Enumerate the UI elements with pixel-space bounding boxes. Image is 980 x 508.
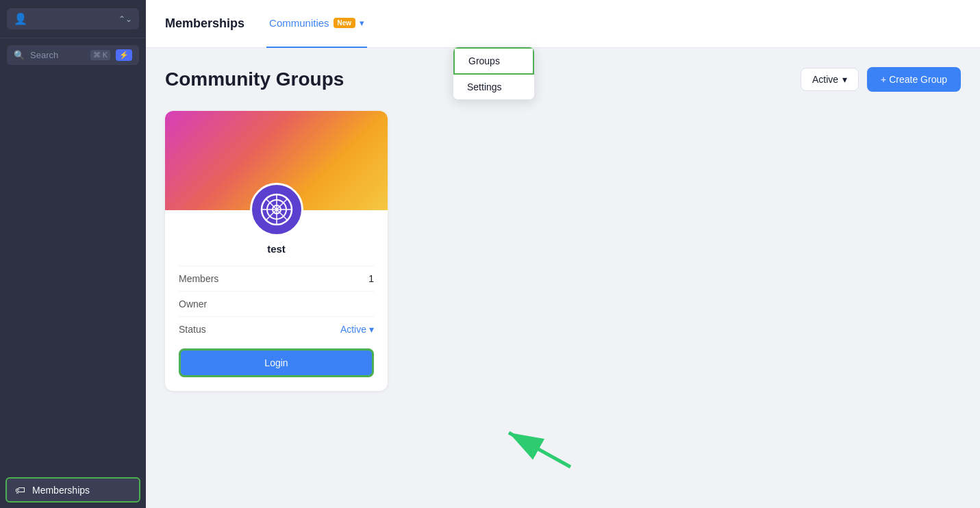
dropdown-item-groups[interactable]: Groups (453, 47, 534, 75)
card-status-row: Status Active ▾ (179, 317, 374, 342)
group-logo-icon (260, 193, 293, 226)
main-content: Memberships Communities New ▾ Groups Set… (146, 0, 980, 508)
sidebar-item-memberships[interactable]: 🏷 Memberships (5, 477, 140, 503)
sidebar: 👤 ⌃⌄ 🔍 Search ⌘ K ⚡ 🏷 Memberships (0, 0, 146, 508)
user-icon: 👤 (14, 12, 27, 25)
flash-button[interactable]: ⚡ (116, 49, 132, 61)
sidebar-item-memberships-label: Memberships (32, 485, 90, 496)
owner-label: Owner (179, 299, 207, 309)
arrow-annotation (495, 419, 577, 474)
communities-dropdown: Groups Settings (453, 47, 535, 100)
card-owner-row: Owner (179, 292, 374, 317)
avatar (250, 183, 303, 236)
members-value: 1 (368, 273, 374, 284)
user-chevrons-icon: ⌃⌄ (118, 14, 132, 24)
cards-grid: test Members 1 Owner Status (165, 111, 961, 391)
login-button[interactable]: Login (179, 348, 374, 377)
page-title: Community Groups (165, 68, 344, 90)
header: Memberships Communities New ▾ Groups Set… (146, 0, 980, 48)
page-content: Community Groups Active ▾ + Create Group (146, 48, 980, 508)
search-label: Search (30, 50, 85, 60)
page-header: Community Groups Active ▾ + Create Group (165, 67, 961, 92)
members-label: Members (179, 273, 218, 284)
page-section-title: Memberships (165, 16, 244, 31)
tab-new-badge: New (334, 18, 356, 28)
search-icon: 🔍 (14, 50, 25, 60)
active-filter-chevron-icon: ▾ (842, 74, 847, 85)
dropdown-item-settings[interactable]: Settings (453, 75, 534, 99)
page-actions: Active ▾ + Create Group (801, 67, 961, 92)
search-kbd: ⌘ K (90, 50, 110, 60)
card-info: Members 1 Owner Status Active ▾ (179, 266, 374, 342)
create-group-label: + Create Group (881, 74, 947, 85)
card-group-name: test (267, 243, 286, 255)
tab-communities[interactable]: Communities New ▾ (266, 0, 367, 48)
search-bar[interactable]: 🔍 Search ⌘ K ⚡ (7, 45, 139, 65)
tab-chevron-icon: ▾ (360, 18, 364, 28)
avatar-wrap (250, 183, 303, 236)
tab-communities-label: Communities (269, 17, 329, 29)
svg-line-8 (509, 433, 570, 467)
card-members-row: Members 1 (179, 266, 374, 292)
sidebar-spacer (0, 69, 146, 472)
group-card: test Members 1 Owner Status (165, 111, 388, 391)
status-value[interactable]: Active ▾ (340, 324, 374, 335)
active-filter-button[interactable]: Active ▾ (801, 68, 859, 91)
sidebar-top: 👤 ⌃⌄ (0, 0, 146, 38)
status-label: Status (179, 324, 206, 335)
card-body: test Members 1 Owner Status (165, 210, 388, 391)
create-group-button[interactable]: + Create Group (867, 67, 961, 92)
user-selector[interactable]: 👤 ⌃⌄ (7, 8, 139, 29)
active-filter-label: Active (812, 74, 838, 85)
sidebar-bottom: 🏷 Memberships (0, 472, 146, 508)
status-chevron-icon: ▾ (369, 324, 374, 335)
memberships-icon: 🏷 (15, 484, 25, 496)
